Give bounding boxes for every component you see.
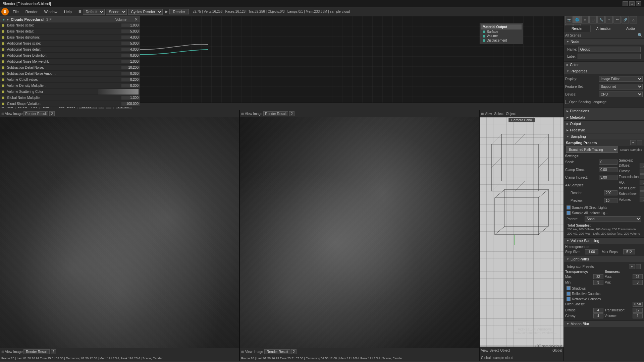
view1-render-result[interactable]: Render Result	[23, 111, 48, 116]
scene-dropdown[interactable]: Scene	[106, 9, 127, 15]
seed-input[interactable]	[599, 160, 618, 165]
engine-select[interactable]: Cycles Render	[128, 9, 163, 15]
icon-particles[interactable]: ⁘	[605, 16, 613, 23]
val-sub-detail-noise[interactable]	[121, 66, 140, 69]
view1-image[interactable]: Image	[13, 112, 23, 116]
val-sub-detail-noise-amt[interactable]	[121, 72, 140, 75]
label-input[interactable]	[578, 54, 641, 59]
transmission-bounce-input[interactable]	[633, 308, 643, 313]
max-steps-input[interactable]	[623, 249, 635, 254]
diffuse-sample-input[interactable]	[640, 163, 644, 168]
val-base-noise-dist[interactable]	[121, 36, 140, 39]
viewport-view[interactable]: View	[485, 112, 492, 116]
val-vol-density[interactable]	[121, 84, 140, 87]
icon-world[interactable]: ○	[581, 16, 589, 23]
preview-input[interactable]	[604, 198, 618, 203]
dims-header[interactable]: ▶ Dimensions	[564, 108, 644, 114]
node-close-btn[interactable]: ✕	[135, 17, 138, 22]
clamp-direct-input[interactable]	[599, 167, 618, 172]
color-section-header[interactable]: ▶ Color	[564, 62, 644, 68]
view2-image[interactable]: Image	[253, 112, 263, 116]
menu-render[interactable]: Render	[23, 9, 40, 14]
view2-view2[interactable]: View	[245, 350, 253, 354]
menu-file[interactable]: File	[10, 9, 21, 14]
icon-modifiers[interactable]: 🔧	[597, 16, 605, 23]
motion-blur-header[interactable]: ▼ Motion Blur	[564, 321, 644, 327]
meta-header[interactable]: ▶ Metadata	[564, 114, 644, 120]
val-global-noise[interactable]	[121, 96, 140, 100]
filter-glossy-input[interactable]	[633, 302, 643, 307]
render-input[interactable]	[604, 190, 618, 195]
icon-scene[interactable]: 🌐	[573, 16, 581, 23]
integrator-preset-remove[interactable]: -	[636, 264, 641, 269]
val-add-noise-detail[interactable]	[121, 48, 140, 51]
maximize-button[interactable]: □	[629, 1, 635, 6]
menu-window[interactable]: Window	[42, 9, 60, 14]
integrator-preset-add[interactable]: +	[629, 264, 635, 269]
view1-render-result-btn[interactable]: Render Result	[23, 349, 50, 354]
vp-view-btn[interactable]: View	[481, 349, 488, 352]
tab-animation[interactable]: Animation	[591, 25, 618, 32]
pattern-select[interactable]: Sobol	[585, 216, 641, 222]
sampling-header[interactable]: ▼ Sampling	[564, 133, 644, 139]
vol-scatter-color-swatch[interactable]	[98, 89, 139, 95]
viewport-grid[interactable]	[480, 117, 564, 361]
search-icon[interactable]: 🔍	[638, 33, 643, 38]
view2-slot-num[interactable]: 2	[289, 111, 294, 116]
val-add-noise-scale[interactable]	[121, 42, 140, 45]
trans-min-input[interactable]	[593, 280, 603, 285]
glossy-sample-input[interactable]	[640, 169, 644, 174]
display-select[interactable]: Image Editor	[599, 76, 643, 82]
volume-sample-input[interactable]	[640, 197, 644, 202]
val-cloud-shape[interactable]	[121, 102, 140, 106]
vp-select-btn[interactable]: Select	[490, 349, 499, 352]
shadows-cb[interactable]	[567, 286, 571, 290]
sample-direct-cb[interactable]	[567, 205, 571, 209]
preset-add-btn[interactable]: +	[630, 140, 636, 145]
diffuse-bounce-input[interactable]	[593, 308, 603, 313]
view1-slot-num[interactable]: 2	[49, 111, 55, 116]
bounces-min-input[interactable]	[633, 280, 643, 285]
view2-view[interactable]: View	[245, 112, 252, 116]
subsurface-sample-input[interactable]	[640, 191, 644, 196]
reflective-caustics-cb[interactable]	[567, 292, 571, 296]
icon-physics[interactable]: 〜	[613, 16, 621, 23]
node-section-header[interactable]: ▼ Node	[564, 39, 644, 45]
close-button[interactable]: ✕	[636, 1, 641, 6]
sample-indirect-cb[interactable]	[567, 211, 571, 215]
render-button[interactable]: Render	[169, 9, 189, 14]
output-header[interactable]: ▶ Output	[564, 121, 644, 127]
val-base-noise-detail[interactable]	[121, 29, 140, 33]
lp-header[interactable]: ▼ Light Paths	[564, 256, 644, 262]
scene-select[interactable]: Default	[83, 9, 105, 15]
vp-object-btn[interactable]: Object	[500, 349, 510, 352]
vol-sampling-header[interactable]: ▼ Volume Sampling	[564, 238, 644, 244]
tab-audio[interactable]: Audio	[617, 25, 644, 32]
viewport-object[interactable]: Object	[506, 112, 516, 116]
mesh-light-sample-input[interactable]	[640, 186, 644, 191]
view1-view[interactable]: View	[5, 112, 12, 116]
icon-data[interactable]: △	[630, 16, 637, 23]
glossy-bounce-input[interactable]	[593, 313, 603, 318]
icon-render[interactable]: 📷	[565, 16, 573, 23]
viewport-select[interactable]: Select	[494, 112, 504, 116]
view2-image2[interactable]: Image	[254, 350, 263, 354]
trans-max-input[interactable]	[593, 274, 603, 279]
volume-bounce-input[interactable]	[633, 313, 643, 318]
props-section-header[interactable]: ▼ Properties	[564, 68, 644, 74]
feature-set-select[interactable]: Supported	[599, 84, 643, 89]
view1-bottom-view[interactable]: View	[5, 350, 12, 354]
preset-remove-btn[interactable]: -	[637, 140, 642, 145]
val-add-noise-distort[interactable]	[121, 54, 140, 57]
step-size-input[interactable]	[585, 249, 598, 254]
freestyle-header[interactable]: ▶ Freestyle	[564, 127, 644, 133]
clamp-indirect-input[interactable]	[599, 175, 618, 180]
menu-help[interactable]: Help	[61, 9, 74, 14]
view1-bottom-image[interactable]: Image	[13, 350, 23, 354]
view2-slot2[interactable]: 2	[291, 349, 297, 354]
device-select[interactable]: CPU	[599, 92, 643, 97]
transmission-sample-input[interactable]	[640, 174, 644, 179]
view1-slot2[interactable]: 2	[51, 349, 56, 354]
tab-render[interactable]: Render	[564, 25, 591, 32]
refractive-caustics-cb[interactable]	[567, 297, 571, 301]
